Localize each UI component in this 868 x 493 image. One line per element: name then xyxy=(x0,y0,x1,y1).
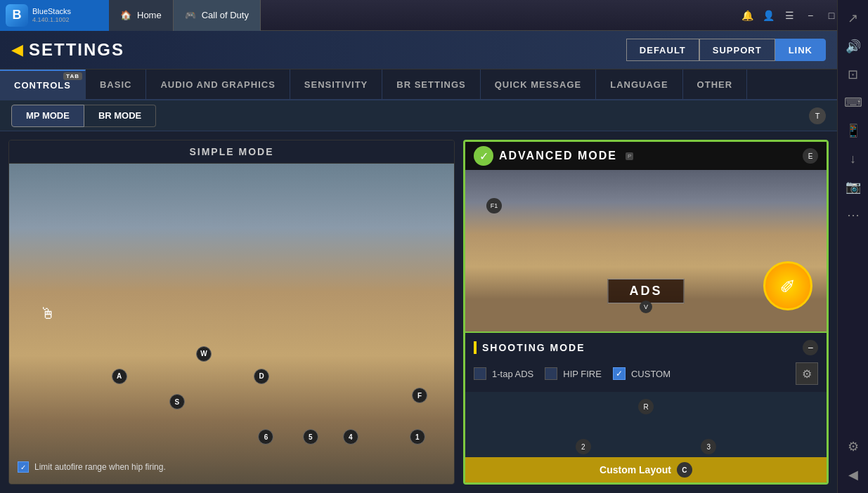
settings-header: ◀ SETTINGS DEFAULT SUPPORT LINK xyxy=(0,31,837,70)
tab-basic[interactable]: BASIC xyxy=(86,70,146,99)
shooting-options: 1-tap ADS HIP FIRE ✓ CUSTOM ⚙ xyxy=(474,362,818,385)
home-icon: 🏠 xyxy=(120,10,131,20)
custom-layout-button[interactable]: Custom Layout C xyxy=(465,457,827,482)
cod-icon: 🎮 xyxy=(185,10,196,20)
quick-message-label: QUICK MESSAGE xyxy=(495,79,582,90)
option-custom-label: CUSTOM xyxy=(631,369,671,379)
tab-badge: Tab xyxy=(63,72,82,80)
sidebar-mobile-btn[interactable]: 📱 xyxy=(841,118,866,143)
v-badge: V xyxy=(640,301,652,313)
sidebar-display-btn[interactable]: ⊡ xyxy=(841,62,866,87)
bluestacks-icon: B xyxy=(6,4,28,27)
advanced-mode-title: ADVANCED MODE xyxy=(499,150,617,162)
sidebar-settings-btn[interactable]: ⚙ xyxy=(841,434,866,459)
advanced-game-background: F1 ADS V ✏ xyxy=(465,170,827,331)
key-w: W xyxy=(196,346,212,362)
tab-bar: CONTROLS Tab BASIC AUDIO AND GRAPHICS SE… xyxy=(0,70,837,100)
gear-button[interactable]: ⚙ xyxy=(796,362,818,385)
tab-controls[interactable]: CONTROLS Tab xyxy=(0,70,86,99)
collapse-button[interactable]: − xyxy=(803,340,818,355)
e-badge: E xyxy=(803,148,818,164)
badge-2: 2 xyxy=(576,439,591,454)
sidebar-download-btn[interactable]: ↓ xyxy=(841,146,866,171)
shooting-mode-header: SHOOTING MODE − xyxy=(474,340,818,355)
p-badge: P xyxy=(626,152,633,160)
audio-graphics-label: AUDIO AND GRAPHICS xyxy=(160,79,275,90)
custom-layout-label: Custom Layout xyxy=(600,464,671,475)
key-1: 1 xyxy=(410,429,425,445)
r-badge: R xyxy=(638,399,654,414)
tab-sensitivity[interactable]: SENSITIVITY xyxy=(290,70,382,99)
c-badge: C xyxy=(677,462,692,478)
advanced-mode-panel: ✓ ADVANCED MODE P E F1 ADS V xyxy=(463,140,829,485)
default-button[interactable]: DEFAULT xyxy=(626,39,699,61)
option-hip-fire: HIP FIRE xyxy=(545,367,602,380)
f1-badge: F1 xyxy=(486,198,502,213)
back-icon[interactable]: ◀ xyxy=(11,41,23,59)
right-sidebar: ↗ 🔊 ⊡ ⌨ 📱 ↓ 📷 ⋯ ⚙ ◀ xyxy=(837,0,868,493)
tab-home-label: Home xyxy=(137,10,162,20)
mp-mode-button[interactable]: MP MODE xyxy=(11,105,84,127)
link-button[interactable]: LINK xyxy=(775,39,826,61)
advanced-mode-header: ✓ ADVANCED MODE P E xyxy=(465,142,827,170)
notification-btn[interactable]: 🔔 xyxy=(737,6,757,25)
sidebar-volume-btn[interactable]: 🔊 xyxy=(841,34,866,59)
tab-br-settings[interactable]: BR SETTINGS xyxy=(382,70,480,99)
checkbox-hip-fire[interactable] xyxy=(545,367,557,380)
controls-label: CONTROLS xyxy=(14,80,71,91)
sensitivity-label: SENSITIVITY xyxy=(304,79,368,90)
ads-bar: ADS xyxy=(607,279,684,303)
option-1tap-ads: 1-tap ADS xyxy=(474,367,533,380)
shooting-mode-section: SHOOTING MODE − 1-tap ADS HIP FIRE ✓ CUS… xyxy=(465,331,827,392)
sidebar-back-btn[interactable]: ◀ xyxy=(841,462,866,487)
title-bar: B BlueStacks 4.140.1.1002 🏠 Home 🎮 Call … xyxy=(0,0,868,31)
game-background-left: W A D S 6 5 4 1 F 🖱 ✓ Limit autofire ran… xyxy=(9,164,454,484)
key-d: D xyxy=(254,369,269,384)
checkbox-custom[interactable]: ✓ xyxy=(613,367,626,380)
accent-bar xyxy=(474,341,477,354)
key-f: F xyxy=(412,388,427,403)
autofire-checkbox[interactable]: ✓ xyxy=(18,461,29,473)
tab-other[interactable]: OTHER xyxy=(683,70,748,99)
basic-label: BASIC xyxy=(100,79,131,90)
support-button[interactable]: SUPPORT xyxy=(699,39,775,61)
tab-quick-message[interactable]: QUICK MESSAGE xyxy=(481,70,597,99)
autofire-option: ✓ Limit autofire range when hip firing. xyxy=(18,461,166,473)
tab-language[interactable]: LANGUAGE xyxy=(596,70,682,99)
simple-mode-game-area: W A D S 6 5 4 1 F 🖱 ✓ Limit autofire ran… xyxy=(9,164,454,484)
shoot-circle: ✏ xyxy=(763,261,812,310)
option-hip-fire-label: HIP FIRE xyxy=(563,369,602,379)
advanced-check-icon: ✓ xyxy=(474,146,493,166)
menu-btn[interactable]: ☰ xyxy=(779,6,799,25)
t-badge: T xyxy=(809,107,826,124)
br-mode-button[interactable]: BR MODE xyxy=(84,105,156,127)
other-label: OTHER xyxy=(697,79,733,90)
tab-cod[interactable]: 🎮 Call of Duty xyxy=(174,0,261,31)
app-name: BlueStacks xyxy=(32,7,71,16)
key-s: S xyxy=(169,394,185,409)
mouse-icon: 🖱 xyxy=(40,305,56,323)
advanced-game-area: F1 ADS V ✏ xyxy=(465,170,827,331)
tab-home[interactable]: 🏠 Home xyxy=(109,0,174,31)
sidebar-more-btn[interactable]: ⋯ xyxy=(841,202,866,228)
option-1tap-ads-label: 1-tap ADS xyxy=(492,369,533,379)
app-version: 4.140.1.1002 xyxy=(32,16,71,24)
simple-mode-title: SIMPLE MODE xyxy=(9,140,454,164)
account-btn[interactable]: 👤 xyxy=(758,6,778,25)
tab-audio-graphics[interactable]: AUDIO AND GRAPHICS xyxy=(146,70,290,99)
badge-3: 3 xyxy=(701,439,716,454)
br-settings-label: BR SETTINGS xyxy=(396,79,465,90)
minimize-btn[interactable]: − xyxy=(801,6,820,25)
mode-bar: MP MODE BR MODE T xyxy=(0,100,837,131)
language-label: LANGUAGE xyxy=(610,79,668,90)
sidebar-keyboard-btn[interactable]: ⌨ xyxy=(841,90,866,115)
key-4: 4 xyxy=(343,429,358,445)
shooting-mode-title: SHOOTING MODE xyxy=(482,342,585,353)
key-5: 5 xyxy=(303,429,318,445)
option-custom: ✓ CUSTOM xyxy=(613,367,671,380)
sidebar-expand-btn[interactable]: ↗ xyxy=(841,6,866,31)
sidebar-camera-btn[interactable]: 📷 xyxy=(841,174,866,199)
checkbox-1tap-ads[interactable] xyxy=(474,367,486,380)
key-a: A xyxy=(112,369,127,384)
advanced-bottom: R 2 3 Custom Layout C xyxy=(465,392,827,482)
